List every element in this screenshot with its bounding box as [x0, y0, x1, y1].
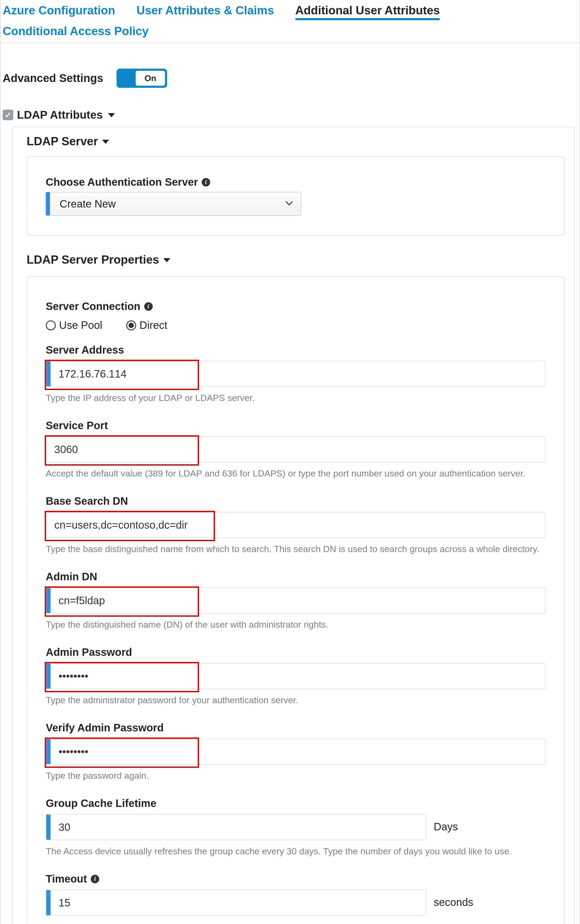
- config-panel: Azure Configuration User Attributes & Cl…: [0, 0, 580, 924]
- radio-label: Use Pool: [59, 319, 102, 331]
- auth-server-value: Create New: [59, 198, 116, 210]
- ldap-attributes-panel: LDAP Server Choose Authentication Server…: [12, 127, 575, 924]
- ldap-attributes-header[interactable]: ✓ LDAP Attributes: [0, 106, 580, 124]
- base-search-dn-help: Type the base distinguished name from wh…: [46, 538, 545, 554]
- auth-server-label: Choose Authentication Server: [46, 176, 198, 188]
- verify-admin-password-field-wrap: [46, 739, 545, 765]
- group-cache-lifetime-unit: Days: [434, 821, 458, 833]
- verify-admin-password-label: Verify Admin Password: [46, 722, 164, 734]
- advanced-settings-toggle[interactable]: On: [117, 69, 167, 88]
- base-search-dn-field-wrap: [46, 512, 545, 538]
- ldap-server-card: Choose Authentication Server i Create Ne…: [26, 156, 565, 236]
- timeout-unit: seconds: [434, 896, 473, 908]
- ldap-attributes-label: LDAP Attributes: [17, 109, 103, 121]
- service-port-field-wrap: [46, 436, 545, 463]
- radio-label: Direct: [139, 319, 167, 331]
- tab-conditional-access-policy[interactable]: Conditional Access Policy: [3, 23, 155, 43]
- group-cache-lifetime-input[interactable]: [46, 814, 426, 840]
- verify-admin-password-input[interactable]: [46, 739, 545, 765]
- server-address-input[interactable]: [46, 361, 545, 387]
- service-port-help: Accept the default value (389 for LDAP a…: [46, 463, 545, 479]
- toggle-state-label: On: [145, 73, 156, 83]
- server-connection-direct-radio[interactable]: Direct: [126, 319, 167, 331]
- base-search-dn-label: Base Search DN: [46, 495, 128, 507]
- group-cache-lifetime-field-wrap: [46, 814, 426, 840]
- timeout-label: Timeout: [46, 873, 87, 885]
- admin-dn-label: Admin DN: [46, 571, 97, 583]
- admin-dn-input[interactable]: [46, 588, 545, 614]
- timeout-field-wrap: [46, 890, 426, 916]
- server-address-label: Server Address: [46, 344, 124, 356]
- ldap-server-header[interactable]: LDAP Server: [13, 127, 574, 154]
- server-connection-pool-radio[interactable]: Use Pool: [46, 319, 102, 331]
- ldap-server-properties-title: LDAP Server Properties: [26, 253, 159, 266]
- caret-down-icon: [102, 135, 109, 148]
- group-cache-lifetime-help: The Access device usually refreshes the …: [46, 840, 545, 856]
- advanced-settings-row: Advanced Settings On: [0, 43, 580, 106]
- server-address-field-wrap: [46, 361, 545, 387]
- tab-azure-configuration[interactable]: Azure Configuration: [3, 3, 121, 22]
- radio-icon: [46, 320, 56, 330]
- info-icon[interactable]: i: [144, 302, 153, 311]
- group-cache-lifetime-label: Group Cache Lifetime: [46, 797, 157, 809]
- advanced-settings-label: Advanced Settings: [3, 72, 103, 85]
- admin-password-input[interactable]: [46, 663, 545, 689]
- tabs-bar: Azure Configuration User Attributes & Cl…: [0, 0, 580, 43]
- timeout-input[interactable]: [46, 890, 426, 916]
- auth-server-select[interactable]: Create New: [46, 192, 301, 216]
- server-connection-label: Server Connection: [46, 300, 140, 312]
- service-port-label: Service Port: [46, 420, 108, 432]
- tab-user-attributes-claims[interactable]: User Attributes & Claims: [137, 3, 280, 22]
- service-port-input[interactable]: [46, 436, 545, 463]
- ldap-attributes-checkbox[interactable]: ✓: [3, 110, 13, 120]
- info-icon[interactable]: i: [91, 875, 99, 883]
- admin-dn-help: Type the distinguished name (DN) of the …: [46, 614, 545, 630]
- admin-password-help: Type the administrator password for your…: [46, 689, 545, 705]
- caret-down-icon: [108, 109, 115, 121]
- radio-icon: [126, 320, 136, 330]
- ldap-server-title: LDAP Server: [26, 135, 98, 148]
- info-icon[interactable]: i: [202, 178, 210, 186]
- admin-password-label: Admin Password: [46, 646, 132, 658]
- ldap-server-properties-card: Server Connection i Use Pool Direct Serv…: [26, 277, 565, 924]
- verify-admin-password-help: Type the password again.: [46, 765, 545, 781]
- admin-dn-field-wrap: [46, 588, 545, 614]
- base-search-dn-input[interactable]: [46, 512, 545, 538]
- chevron-down-icon: [285, 198, 293, 210]
- server-address-help: Type the IP address of your LDAP or LDAP…: [46, 387, 545, 403]
- tab-additional-user-attributes[interactable]: Additional User Attributes: [295, 3, 446, 22]
- ldap-server-properties-header[interactable]: LDAP Server Properties: [13, 237, 574, 273]
- caret-down-icon: [163, 253, 170, 266]
- admin-password-field-wrap: [46, 663, 545, 689]
- server-connection-group: Use Pool Direct: [46, 316, 545, 344]
